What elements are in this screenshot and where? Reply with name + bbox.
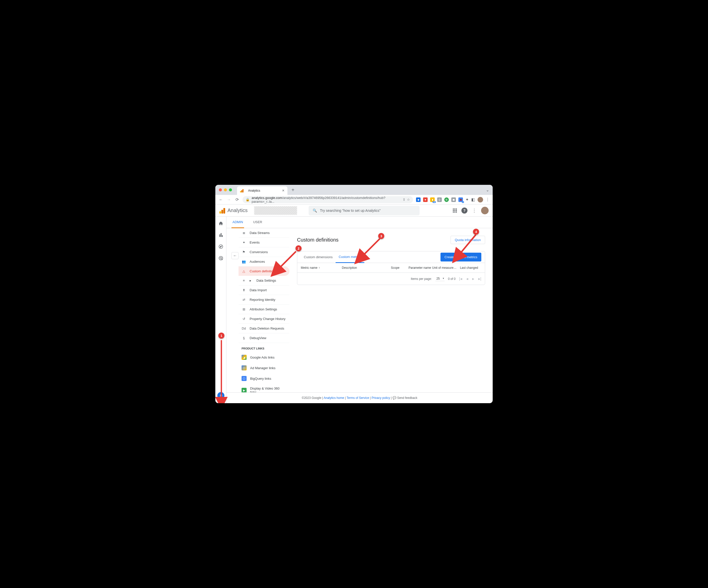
audiences-icon: 👥 (241, 260, 246, 264)
col-metric-name[interactable]: Metric name↑ (301, 266, 342, 269)
browser-toolbar: ← → ⟳ 🔒 analytics.google.com/analytics/w… (215, 195, 493, 205)
col-description[interactable]: Description (342, 266, 383, 269)
sidebar-item-debugview[interactable]: §DebugView (238, 333, 290, 343)
footer: ©2023 Google | Analytics home | Terms of… (227, 392, 493, 403)
col-last-changed[interactable]: Last changed (456, 266, 481, 269)
annotation-marker-4: 4 (473, 229, 479, 235)
annotation-arrow-1 (219, 340, 227, 403)
product-link-bigquery[interactable]: ⬡BigQuery links (238, 373, 290, 384)
account-menu-icon[interactable]: ⋮ (472, 208, 476, 213)
property-selector[interactable] (254, 206, 297, 215)
collapse-sidebar-button[interactable]: ← (232, 252, 238, 259)
sidebar-item-data-import[interactable]: ⬆Data Import (238, 286, 290, 295)
share-icon[interactable]: ⇪ (403, 198, 406, 202)
side-panel-icon[interactable]: ◧ (471, 197, 475, 202)
prev-page-icon[interactable]: ◂ (466, 276, 468, 281)
sidebar-item-attribution-settings[interactable]: ⊞Attribution Settings (238, 304, 290, 314)
last-page-icon[interactable]: ▸| (478, 276, 481, 281)
next-page-icon[interactable]: ▸ (472, 276, 474, 281)
product-link-ad-manager[interactable]: ◫Ad Manager links (238, 362, 290, 373)
debug-icon: § (241, 336, 246, 340)
tab-admin[interactable]: ADMIN (232, 216, 244, 228)
analytics-logo[interactable]: Analytics (219, 207, 247, 213)
extensions-icon[interactable]: ✦ (466, 197, 469, 202)
footer-privacy[interactable]: Privacy policy (372, 396, 390, 400)
traffic-lights (219, 188, 232, 192)
streams-icon: ≣ (241, 231, 246, 235)
browser-window: Analytics × + ⌄ ← → ⟳ 🔒 analytics.google… (215, 185, 493, 403)
ext-grammarly-icon[interactable]: G (444, 198, 449, 202)
tab-user[interactable]: USER (252, 216, 263, 228)
forward-button[interactable]: → (227, 198, 232, 202)
svg-line-5 (359, 239, 380, 259)
footer-terms[interactable]: Terms of Service (347, 396, 369, 400)
product-link-dv360[interactable]: ▶Display & Video 360 links (238, 384, 290, 392)
ext-pixel-icon[interactable]: ▦ (451, 198, 456, 202)
user-avatar[interactable] (481, 207, 489, 214)
page-size-select[interactable]: 25 (436, 276, 444, 281)
profile-avatar-icon[interactable] (477, 197, 483, 203)
sidebar-item-reporting-identity[interactable]: ⇄Reporting Identity (238, 295, 290, 304)
sort-ascending-icon: ↑ (319, 266, 320, 269)
history-icon: ↺ (241, 317, 246, 321)
col-scope[interactable]: Scope (383, 266, 408, 269)
analytics-logo-icon (219, 207, 226, 213)
help-icon[interactable]: ? (462, 207, 468, 213)
annotation-arrow-4 (454, 235, 479, 261)
back-button[interactable]: ← (218, 198, 224, 202)
annotation-marker-1: 1 (218, 332, 225, 339)
tab-close-icon[interactable]: × (282, 188, 285, 193)
new-tab-button[interactable]: + (292, 187, 295, 193)
page-tabs: ADMIN USER (227, 216, 493, 228)
lock-icon: 🔒 (245, 198, 249, 202)
browser-menu-icon[interactable]: ⋮ (485, 197, 490, 202)
col-unit[interactable]: Unit of measurement (432, 266, 457, 269)
events-icon: ✦ (241, 240, 246, 244)
ext-tag-icon[interactable]: ◆ (416, 198, 420, 202)
home-icon[interactable] (218, 220, 224, 226)
ext-analytics-icon[interactable]: ▮29 (430, 198, 435, 202)
tab-title: Analytics (248, 189, 260, 193)
ad-manager-icon: ◫ (241, 365, 246, 371)
sidebar-item-data-deletion[interactable]: DdData Deletion Requests (238, 324, 290, 333)
first-page-icon[interactable]: |◂ (459, 276, 462, 281)
tab-overflow-icon[interactable]: ⌄ (486, 187, 489, 193)
annotation-arrow-3 (357, 239, 382, 263)
ga-favicon (240, 189, 243, 193)
maximize-window-button[interactable] (229, 188, 232, 192)
ext-grey-icon[interactable]: {} (437, 198, 442, 202)
app-header: Analytics 🔍 Try searching "how to set up… (215, 205, 493, 216)
star-icon[interactable]: ☆ (407, 198, 410, 202)
sidebar-item-property-change-history[interactable]: ↺Property Change History (238, 314, 290, 324)
footer-feedback[interactable]: Send feedback (397, 396, 417, 400)
reload-button[interactable]: ⟳ (235, 197, 239, 202)
search-box[interactable]: 🔍 Try searching "how to set up Analytics… (308, 206, 419, 215)
address-bar[interactable]: 🔒 analytics.google.com/analytics/web/#/a… (242, 196, 413, 203)
product-link-google-ads[interactable]: ◢Google Ads links (238, 352, 290, 362)
col-parameter-name[interactable]: Parameter name (408, 266, 432, 269)
url-text: analytics.google.com/analytics/web/#/a39… (252, 196, 401, 204)
identity-icon: ⇄ (241, 298, 246, 301)
reports-icon[interactable] (218, 232, 224, 238)
close-window-button[interactable] (219, 188, 222, 192)
tab-custom-dimensions[interactable]: Custom dimensions (301, 252, 335, 263)
sidebar-item-events[interactable]: ✦Events (238, 238, 290, 247)
footer-analytics-home[interactable]: Analytics home (324, 396, 344, 400)
sidebar-item-data-streams[interactable]: ≣Data Streams (238, 228, 290, 238)
ext-gtm-icon[interactable]: ■ (423, 198, 427, 202)
ext-bug-icon[interactable]: 🐞3 (459, 198, 463, 202)
extension-icons: ◆ ■ ▮29 {} G ▦ 🐞3 ✦ ◧ ⋮ (416, 197, 490, 203)
apps-icon[interactable] (453, 208, 457, 212)
attribution-icon: ⊞ (241, 307, 246, 311)
custom-def-icon: △ (241, 269, 246, 273)
items-per-page-label: Items per page: (411, 277, 432, 281)
flag-icon: ⚑ (241, 250, 246, 254)
dv360-icon: ▶ (241, 388, 246, 392)
explore-icon[interactable] (218, 244, 224, 249)
minimize-window-button[interactable] (224, 188, 227, 192)
import-icon: ⬆ (241, 288, 246, 292)
svg-line-4 (276, 252, 296, 271)
sidebar-item-data-settings[interactable]: ≡▸Data Settings (238, 276, 290, 286)
browser-tab[interactable]: Analytics × (237, 186, 288, 195)
advertising-icon[interactable] (218, 256, 224, 261)
